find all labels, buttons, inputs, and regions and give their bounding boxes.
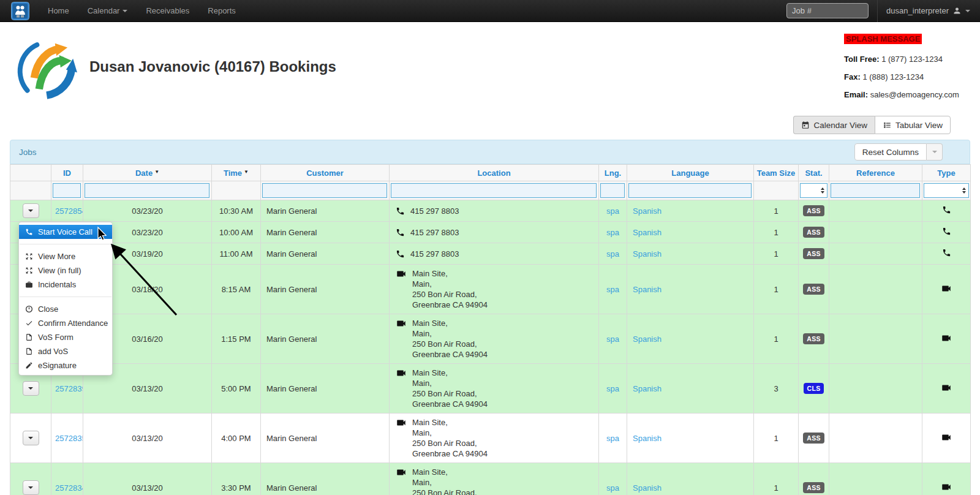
language-link[interactable]: Spanish [633, 206, 662, 216]
language-code-link[interactable]: spa [606, 228, 619, 237]
menu-item-view-more[interactable]: View More [19, 249, 112, 263]
row-action-cell [10, 463, 51, 495]
sort-caret-icon: ▼ [244, 169, 249, 175]
menu-item-view-in-full-[interactable]: View (in full) [19, 263, 112, 278]
row-actions-dropdown-button[interactable] [23, 203, 39, 218]
tabular-view-button[interactable]: Tabular View [875, 116, 951, 134]
language-link[interactable]: Spanish [633, 249, 662, 259]
video-icon [941, 482, 952, 493]
briefcase-icon [25, 281, 33, 289]
location-cell: Main Site,Main,250 Bon Air Road,Greenbra… [390, 414, 599, 463]
row-actions-dropdown-button[interactable] [23, 480, 39, 495]
chevron-down-icon [965, 10, 970, 12]
menu-item-esignature[interactable]: eSignature [19, 358, 112, 372]
type-filter-select[interactable] [924, 183, 969, 198]
menu-item-label: Confirm Attendance [38, 319, 108, 328]
filter-cell-location [390, 181, 599, 200]
job-number-search-input[interactable] [786, 3, 869, 18]
language-link[interactable]: Spanish [633, 228, 662, 237]
job-row: 03/19/2011:00 AMMarin General415 297 880… [10, 243, 971, 265]
location-content: Main Site,Main,250 Bon Air Road,Greenbra… [393, 464, 595, 495]
menu-item-label: View (in full) [38, 266, 81, 275]
language-filter-input[interactable] [628, 183, 752, 198]
user-menu[interactable]: dusan_interpreter [878, 6, 980, 15]
language-code-cell: spa [599, 222, 627, 243]
reference-cell [829, 364, 922, 414]
row-actions-dropdown-button[interactable] [23, 381, 39, 396]
status-cell: ASS [799, 265, 829, 314]
calendar-view-button[interactable]: Calendar View [793, 116, 875, 134]
language-code-link[interactable]: spa [606, 285, 619, 294]
person-icon [952, 6, 962, 15]
menu-item-vos-form[interactable]: VoS Form [19, 330, 112, 344]
job-id-cell: 2572834 [51, 463, 83, 495]
jobs-panel-title: Jobs [19, 148, 37, 157]
select-updown-icon [962, 187, 966, 194]
menu-item-label: eSignature [38, 361, 77, 370]
contact-email: Email: sales@demoagency.com [844, 90, 959, 99]
reset-columns-group: Reset Columns [854, 143, 943, 161]
location-cell: Main Site,Main,250 Bon Air Road,Greenbra… [390, 463, 599, 495]
reset-columns-button[interactable]: Reset Columns [854, 143, 927, 161]
language-link[interactable]: Spanish [633, 334, 662, 344]
language-code-cell: spa [599, 364, 627, 414]
page-title: Dusan Jovanovic (40167) Bookings [89, 58, 336, 75]
language-link[interactable]: Spanish [633, 483, 662, 493]
menu-item-label: View More [38, 252, 75, 261]
navbar-right: dusan_interpreter [786, 0, 980, 22]
expand-icon-wrap [24, 252, 34, 260]
location-text: 415 297 8803 [410, 227, 459, 238]
job-id-link[interactable]: 2572839 [55, 384, 83, 393]
language-code-link[interactable]: spa [606, 334, 619, 344]
chevron-down-icon [932, 151, 937, 153]
page: Home Calendar Receivables Reports dusan_… [0, 0, 980, 495]
menu-item-close[interactable]: Close [19, 302, 112, 316]
nav-item-reports[interactable]: Reports [208, 6, 236, 15]
username-label: dusan_interpreter [886, 6, 949, 15]
menu-item-incidentals[interactable]: Incidentals [19, 278, 112, 292]
status-cell: ASS [799, 414, 829, 463]
stat-filter-select[interactable] [800, 183, 827, 198]
phone-icon [396, 206, 405, 216]
phone-icon [396, 249, 405, 259]
row-action-cell [10, 414, 51, 463]
language-link[interactable]: Spanish [633, 285, 662, 294]
job-id-link[interactable]: 2572835 [55, 434, 83, 443]
location-text: 415 297 8803 [410, 249, 459, 259]
id-filter-input[interactable] [53, 183, 81, 198]
column-header-time[interactable]: Time▼ [212, 165, 261, 181]
reference-filter-input[interactable] [831, 183, 920, 198]
language-code-link[interactable]: spa [606, 384, 619, 393]
filter-cell-team_size [754, 181, 799, 200]
type-cell [922, 265, 971, 314]
clock-icon-wrap [24, 305, 34, 313]
nav-item-receivables[interactable]: Receivables [146, 6, 189, 15]
date-filter-input[interactable] [85, 183, 209, 198]
nav-item-home[interactable]: Home [48, 6, 69, 15]
customer-filter-input[interactable] [262, 183, 387, 198]
agency-logo [13, 34, 83, 103]
job-id-link[interactable]: 2572854 [55, 206, 83, 216]
language-code-link[interactable]: spa [606, 206, 619, 216]
nav-item-calendar[interactable]: Calendar [88, 6, 128, 15]
location-content: Main Site,Main,250 Bon Air Road,Greenbra… [393, 266, 595, 312]
menu-item-start-voice-call[interactable]: Start Voice Call [19, 225, 112, 239]
customer-cell: Marin General [261, 364, 390, 414]
language-link[interactable]: Spanish [633, 434, 662, 443]
brand-logo-icon[interactable] [11, 2, 29, 20]
job-id-link[interactable]: 2572834 [55, 483, 83, 493]
lng-filter-input[interactable] [600, 183, 625, 198]
language-link[interactable]: Spanish [633, 384, 662, 393]
location-filter-input[interactable] [391, 183, 597, 198]
row-action-cell [10, 200, 51, 222]
reset-columns-caret-button[interactable] [927, 143, 943, 161]
language-code-link[interactable]: spa [606, 434, 619, 443]
language-code-link[interactable]: spa [606, 249, 619, 259]
menu-item-add-vos[interactable]: add VoS [19, 344, 112, 358]
language-code-link[interactable]: spa [606, 483, 619, 493]
row-actions-dropdown-button[interactable] [23, 431, 39, 445]
column-header-date[interactable]: Date▼ [83, 165, 212, 181]
team-size-cell: 1 [754, 463, 799, 495]
menu-item-confirm-attendance[interactable]: Confirm Attendance [19, 316, 112, 330]
chevron-down-icon [28, 486, 33, 489]
